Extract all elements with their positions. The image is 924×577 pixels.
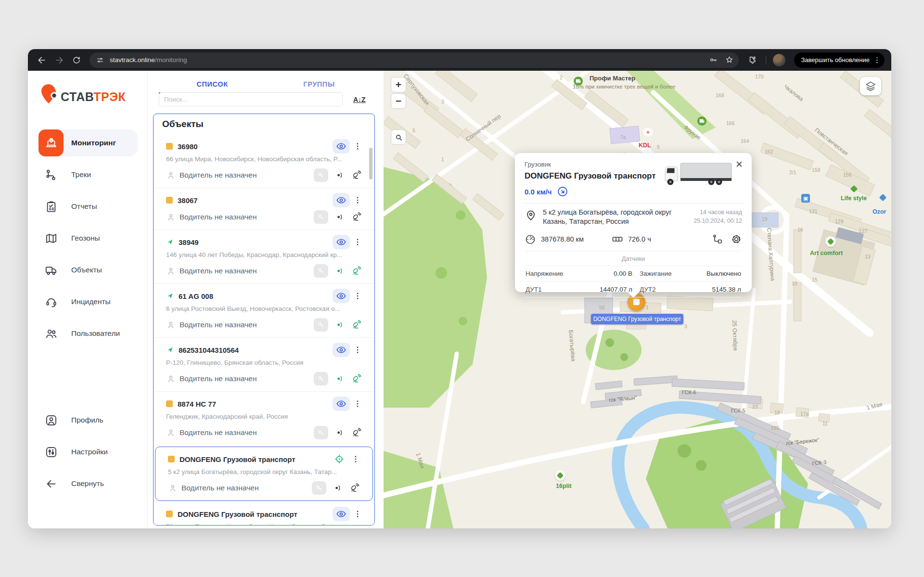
visibility-button[interactable]	[333, 235, 350, 249]
more-menu-button[interactable]: ⋮	[351, 455, 360, 463]
bookmark-star-icon[interactable]	[725, 55, 734, 64]
sidebar-item-objects[interactable]: Объекты	[38, 256, 138, 283]
reload-button[interactable]	[69, 53, 84, 67]
more-menu-button[interactable]: ⋮	[353, 142, 362, 150]
password-key-icon[interactable]	[709, 55, 718, 64]
key-button[interactable]	[314, 168, 328, 182]
sidebar-item-incidents[interactable]: Инциденты	[38, 288, 138, 315]
tab-list[interactable]: СПИСОК	[159, 76, 266, 94]
map[interactable]: Профи Мастер15% при химчистке трех вещей…	[384, 71, 891, 528]
map-search-button[interactable]	[391, 129, 406, 145]
settings-gear-button[interactable]	[731, 233, 742, 245]
visibility-button[interactable]	[333, 193, 350, 207]
ignition-status-icon[interactable]	[333, 483, 343, 493]
key-button[interactable]	[314, 372, 328, 385]
list-scrollbar[interactable]	[369, 148, 372, 180]
satellite-status-icon[interactable]	[351, 427, 362, 438]
ignition-status-icon[interactable]	[334, 170, 345, 180]
vehicle-marker-label[interactable]: DONGFENG Грузовой транспорт	[591, 314, 683, 324]
objects-icon	[45, 264, 58, 277]
satellite-status-icon[interactable]	[351, 373, 362, 384]
sat-icon	[351, 212, 362, 222]
visibility-button[interactable]	[333, 507, 350, 521]
extensions-button[interactable]	[744, 53, 759, 67]
satellite-status-icon[interactable]	[351, 212, 362, 222]
more-menu-button[interactable]: ⋮	[353, 196, 362, 204]
reload-icon	[72, 56, 81, 64]
satellite-status-icon[interactable]	[349, 483, 360, 493]
object-card[interactable]: 8874 НС 77⋮Геленджик, Краснодарский край…	[154, 392, 374, 446]
key-button[interactable]	[314, 264, 328, 278]
visibility-button[interactable]	[333, 139, 350, 154]
finish-update-button[interactable]: Завершить обновление ⋮	[794, 52, 885, 68]
sensor-row: Напряжение0.00 ВЗажиганиеВыключено	[525, 266, 742, 282]
tracks-icon	[45, 168, 58, 181]
object-card[interactable]: 61 AG 008⋮6 улица Ростовский Выезд, Ново…	[154, 284, 374, 338]
object-card[interactable]: 36980⋮66 улица Мира, Новосибирск, Новоси…	[154, 134, 374, 188]
key-button[interactable]	[314, 318, 328, 332]
object-card[interactable]: 862531044310564⋮Р-120, Глинищево, Брянск…	[154, 338, 374, 392]
popup-close-button[interactable]: ✕	[733, 157, 745, 172]
sat-icon	[351, 373, 362, 384]
more-menu-button[interactable]: ⋮	[353, 238, 362, 246]
ignition-status-icon[interactable]	[334, 373, 345, 384]
visibility-button[interactable]	[333, 289, 350, 303]
object-card[interactable]: DONGFENG Грузовой транспорт⋮5 к2 улица Б…	[155, 447, 373, 501]
chrome-menu-icon[interactable]: ⋮	[873, 56, 881, 64]
toolbar-separator	[766, 56, 766, 64]
map-poi-cg-icon	[555, 470, 565, 481]
visibility-button[interactable]	[333, 343, 350, 357]
url-text: stavtrack.online/monitoring	[110, 56, 709, 64]
dot-icon	[334, 212, 345, 222]
sidebar-item-profile[interactable]: Профиль	[38, 407, 138, 434]
sidebar-item-geozones[interactable]: Геозоны	[38, 225, 138, 252]
address-bar[interactable]: stavtrack.online/monitoring	[90, 52, 739, 68]
logo[interactable]: СТАВТРЭК	[40, 83, 126, 104]
key-button[interactable]	[314, 210, 328, 224]
more-menu-button[interactable]: ⋮	[353, 346, 362, 354]
profile-avatar[interactable]	[773, 54, 785, 66]
map-zoom-out-button[interactable]: −	[391, 93, 406, 109]
object-card[interactable]: 38067⋮Водитель не назначен	[154, 188, 374, 230]
ignition-status-icon[interactable]	[334, 427, 345, 438]
sidebar-item-tracks[interactable]: Треки	[38, 161, 138, 188]
more-menu-button[interactable]: ⋮	[353, 400, 362, 408]
object-card[interactable]: 38949⋮146 улица 40 лет Победы, Краснодар…	[154, 230, 374, 284]
map-layers-button[interactable]	[860, 77, 881, 95]
ignition-status-icon[interactable]	[334, 212, 345, 222]
sidebar-item-users[interactable]: Пользователи	[38, 320, 138, 347]
forward-button[interactable]	[52, 53, 66, 67]
more-menu-button[interactable]: ⋮	[353, 292, 362, 300]
map-poi-cg-icon	[825, 236, 836, 247]
dot-icon	[334, 427, 345, 438]
sidebar-item-collapse[interactable]: Свернуть	[38, 470, 138, 497]
satellite-status-icon[interactable]	[351, 266, 362, 276]
satellite-status-icon[interactable]	[351, 320, 362, 330]
satellite-status-icon[interactable]	[351, 170, 362, 180]
ignition-status-icon[interactable]	[334, 320, 345, 330]
ignition-status-icon[interactable]	[334, 266, 345, 276]
site-settings-icon[interactable]	[94, 54, 106, 66]
tab-groups[interactable]: ГРУППЫ	[266, 76, 372, 94]
object-card[interactable]: DONGFENG Грузовой траснспорт⋮71 улица Пе…	[154, 502, 374, 525]
show-track-button[interactable]	[711, 233, 723, 245]
sidebar-item-settings[interactable]: Настройки	[38, 438, 138, 465]
sidebar-item-reports[interactable]: Отчеты	[38, 193, 138, 220]
visibility-button[interactable]	[333, 397, 350, 411]
more-menu-button[interactable]: ⋮	[353, 510, 362, 518]
driver-status: Водитель не назначен	[180, 267, 314, 275]
key-icon	[317, 428, 325, 437]
driver-status: Водитель не назначен	[180, 428, 314, 437]
map-zoom-in-button[interactable]: +	[391, 77, 406, 92]
main-nav: МониторингТрекиОтчетыГеозоныОбъектыИнцид…	[28, 125, 147, 352]
key-button[interactable]	[312, 481, 326, 495]
direction-button[interactable]	[557, 186, 568, 197]
back-button[interactable]	[35, 53, 49, 67]
locate-button[interactable]	[331, 452, 348, 466]
search-input[interactable]	[159, 92, 343, 106]
sort-az-button[interactable]: A↓Z	[353, 96, 366, 103]
sidebar-item-label: Мониторинг	[71, 139, 116, 147]
key-button[interactable]	[314, 426, 328, 439]
sidebar-item-monitoring[interactable]: Мониторинг	[38, 129, 138, 156]
eye-icon	[336, 141, 346, 152]
